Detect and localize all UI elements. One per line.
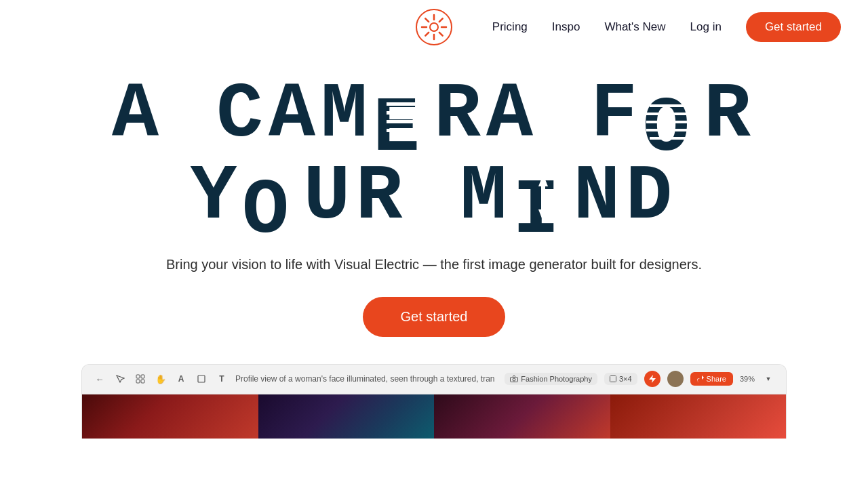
text-size-icon[interactable]: A [174,372,188,386]
hand-tool-icon[interactable]: ✋ [154,372,167,386]
svg-rect-13 [387,120,424,123]
zoom-level[interactable]: 39% [740,375,755,383]
nav-get-started-button[interactable]: Get started [746,12,841,42]
svg-rect-12 [387,111,424,115]
image-panel-1 [82,394,258,439]
grid-tool-icon[interactable] [134,372,147,386]
nav-whats-new[interactable]: What's New [604,20,665,34]
app-preview-container: ← ✋ A T [0,364,868,439]
app-toolbar: ← ✋ A T [82,365,786,394]
app-preview: ← ✋ A T [81,364,787,439]
nav-links: Pricing Inspo What's New Log in Get star… [492,12,841,42]
app-image-panels [82,394,786,439]
hero-cta: Get started [27,297,841,337]
svg-rect-19 [646,129,701,131]
svg-rect-11 [387,102,424,106]
svg-rect-25 [541,186,545,209]
prompt-field[interactable]: Profile view of a woman's face illuminat… [235,374,498,384]
grid-badge-label: 3×4 [619,375,632,383]
hero-get-started-button[interactable]: Get started [363,297,506,337]
hero-section: A CAM E RA F O R Y O [0,54,868,337]
select-tool-icon[interactable] [113,372,127,386]
generate-button[interactable] [644,371,660,387]
shape-tool-icon[interactable] [195,372,208,386]
svg-text:I: I [513,167,565,239]
nav-pricing[interactable]: Pricing [492,20,528,34]
back-arrow-icon[interactable]: ← [93,372,106,386]
hero-subtext: Bring your vision to life with Visual El… [27,253,841,275]
svg-rect-27 [141,375,144,378]
camera-icon-badge[interactable]: Fashion Photography [505,373,597,385]
hero-headline: A CAM E RA F O R Y O [27,75,841,239]
image-panel-3 [434,394,610,439]
svg-rect-17 [646,113,701,115]
svg-rect-30 [198,375,205,382]
svg-rect-28 [136,380,140,383]
svg-rect-14 [387,129,424,132]
logo[interactable] [415,8,453,46]
logo-icon [415,8,453,46]
grid-ratio-badge[interactable]: 3×4 [604,373,637,385]
styled-o-for: O [643,79,704,157]
zoom-chevron-icon[interactable]: ▼ [762,372,775,386]
image-panel-4 [610,394,787,439]
svg-rect-16 [650,104,697,107]
user-avatar[interactable] [667,371,684,387]
svg-rect-33 [610,376,616,382]
type-tool-icon[interactable]: T [215,372,229,386]
svg-point-32 [513,378,515,381]
styled-i-mind: I [513,161,574,239]
share-button[interactable]: Share [690,372,733,386]
svg-rect-18 [646,121,701,123]
style-badge-label: Fashion Photography [521,375,592,383]
image-panel-2 [258,394,435,439]
nav-inspo[interactable]: Inspo [552,20,580,34]
svg-text:O: O [242,167,294,239]
styled-e-camera: E [373,79,434,157]
svg-rect-26 [136,375,140,378]
styled-o-your: O [242,161,303,239]
svg-rect-29 [141,380,144,383]
hero-headline-line2: Y O UR M I ND [27,157,841,239]
nav-login[interactable]: Log in [690,20,722,34]
svg-rect-20 [650,137,697,140]
hero-headline-line1: A CAM E RA F O R [27,75,841,157]
navigation: Pricing Inspo What's New Log in Get star… [0,0,868,54]
